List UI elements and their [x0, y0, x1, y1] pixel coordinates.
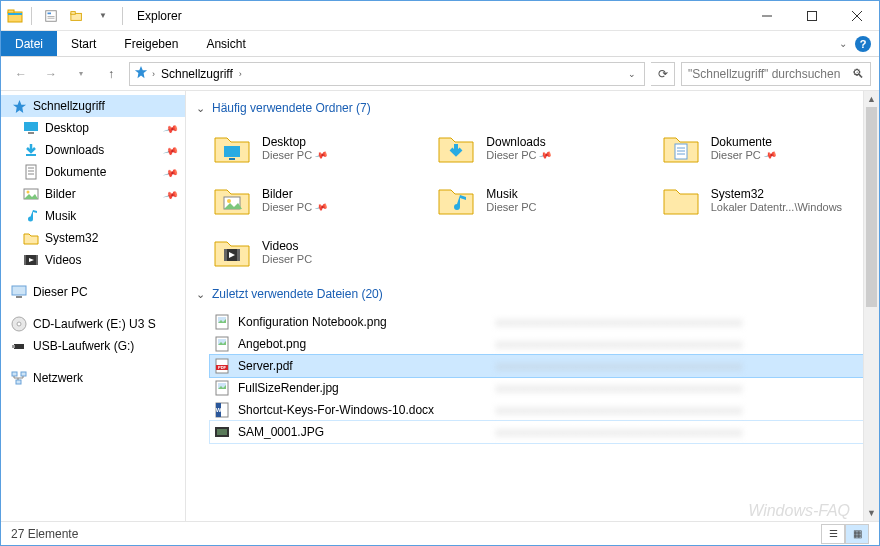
quickaccess-star-icon	[134, 65, 148, 82]
tile-location: Dieser PC📌	[262, 149, 327, 161]
file-row[interactable]: Angebot.png xxxxxxxxxxxxxxxxxxxxxxxxxxxx…	[210, 333, 873, 355]
file-row[interactable]: Konfiguration Notebook.png xxxxxxxxxxxxx…	[210, 311, 873, 333]
search-input[interactable]: "Schnellzugriff" durchsuchen 🔍︎	[681, 62, 871, 86]
minimize-button[interactable]	[744, 1, 789, 31]
status-text: 27 Elemente	[11, 527, 78, 541]
pin-icon: 📌	[163, 164, 179, 180]
scroll-thumb[interactable]	[866, 107, 877, 307]
qat-properties-icon[interactable]	[40, 5, 62, 27]
address-chevron-icon[interactable]: ›	[239, 69, 242, 79]
qat-dropdown-icon[interactable]: ▼	[92, 5, 114, 27]
file-row[interactable]: FullSizeRender.jpg xxxxxxxxxxxxxxxxxxxxx…	[210, 377, 873, 399]
sidebar-item-bilder[interactable]: Bilder 📌	[1, 183, 185, 205]
folder-tile-system32[interactable]: System32 Lokaler Datentr...\Windows	[659, 177, 873, 223]
monitor-icon	[11, 284, 27, 300]
scroll-up-icon[interactable]: ▲	[864, 91, 879, 107]
folder-icon	[23, 230, 39, 246]
folder-tile-musik[interactable]: Musik Dieser PC	[434, 177, 648, 223]
up-button[interactable]: ↑	[99, 62, 123, 86]
help-icon[interactable]: ?	[855, 36, 871, 52]
tile-location: Dieser PC📌	[711, 149, 776, 161]
sidebar-item-drive[interactable]: CD-Laufwerk (E:) U3 S	[1, 313, 185, 335]
svg-rect-32	[14, 344, 24, 349]
documents-icon	[23, 164, 39, 180]
address-dropdown-icon[interactable]: ⌄	[628, 69, 640, 79]
folder-tile-videos[interactable]: Videos Dieser PC	[210, 229, 424, 275]
svg-rect-28	[12, 286, 26, 295]
svg-rect-41	[224, 146, 240, 157]
section-header-frequent[interactable]: Häufig verwendete Ordner (7)	[196, 101, 873, 115]
sidebar-item-drive[interactable]: USB-Laufwerk (G:)	[1, 335, 185, 357]
sidebar-item-desktop[interactable]: Desktop 📌	[1, 117, 185, 139]
svg-rect-35	[21, 372, 26, 376]
tab-ansicht[interactable]: Ansicht	[192, 31, 259, 56]
maximize-button[interactable]	[789, 1, 834, 31]
tile-location: Lokaler Datentr...\Windows	[711, 201, 842, 213]
folder-icon	[661, 180, 701, 220]
music-icon	[436, 180, 476, 220]
svg-rect-33	[12, 345, 15, 348]
png-icon	[214, 314, 230, 330]
view-details-button[interactable]: ☰	[821, 524, 845, 544]
sidebar-item-dieserpc[interactable]: Dieser PC	[1, 281, 185, 303]
file-path: xxxxxxxxxxxxxxxxxxxxxxxxxxxxxxxxxxxxxx	[496, 338, 873, 350]
folder-tile-bilder[interactable]: Bilder Dieser PC📌	[210, 177, 424, 223]
file-name: Shortcut-Keys-For-Windows-10.docx	[238, 403, 488, 417]
sidebar-item-netzwerk[interactable]: Netzwerk	[1, 367, 185, 389]
qat-newfolder-icon[interactable]	[66, 5, 88, 27]
tab-datei[interactable]: Datei	[1, 31, 57, 56]
svg-point-31	[17, 322, 21, 326]
forward-button[interactable]: →	[39, 62, 63, 86]
address-segment[interactable]: Schnellzugriff	[159, 65, 235, 83]
folder-tile-desktop[interactable]: Desktop Dieser PC📌	[210, 125, 424, 171]
svg-rect-6	[48, 17, 55, 18]
sidebar-item-schnellzugriff[interactable]: Schnellzugriff	[1, 95, 185, 117]
svg-point-23	[27, 191, 30, 194]
sidebar-item-label: Dokumente	[45, 165, 106, 179]
svg-rect-1	[8, 10, 14, 13]
file-row[interactable]: PDF Server.pdf xxxxxxxxxxxxxxxxxxxxxxxxx…	[210, 355, 873, 377]
sidebar-item-label: Schnellzugriff	[33, 99, 105, 113]
refresh-button[interactable]: ⟳	[651, 62, 675, 86]
music-icon	[23, 208, 39, 224]
svg-rect-15	[24, 122, 38, 131]
tile-location: Dieser PC	[262, 253, 312, 265]
scroll-down-icon[interactable]: ▼	[864, 505, 879, 521]
tab-freigeben[interactable]: Freigeben	[110, 31, 192, 56]
svg-rect-26	[36, 255, 38, 265]
downloads-icon	[436, 128, 476, 168]
address-chevron-icon[interactable]: ›	[152, 69, 155, 79]
navigation-pane[interactable]: Schnellzugriff Desktop 📌 Downloads 📌 Dok…	[1, 91, 186, 521]
recent-dropdown-icon[interactable]: ▾	[69, 62, 93, 86]
vertical-scrollbar[interactable]: ▲ ▼	[863, 91, 879, 521]
network-icon	[11, 370, 27, 386]
address-bar[interactable]: › Schnellzugriff › ⌄	[129, 62, 645, 86]
pin-icon: 📌	[314, 200, 329, 214]
view-tiles-button[interactable]: ▦	[845, 524, 869, 544]
folder-tile-downloads[interactable]: Downloads Dieser PC📌	[434, 125, 648, 171]
file-row[interactable]: SAM_0001.JPG xxxxxxxxxxxxxxxxxxxxxxxxxxx…	[210, 421, 873, 443]
file-row[interactable]: W Shortcut-Keys-For-Windows-10.docx xxxx…	[210, 399, 873, 421]
svg-rect-29	[16, 296, 22, 298]
pictures-icon	[23, 186, 39, 202]
pin-icon: 📌	[314, 148, 329, 162]
sidebar-item-musik[interactable]: Musik	[1, 205, 185, 227]
tab-start[interactable]: Start	[57, 31, 110, 56]
sidebar-item-label: Bilder	[45, 187, 76, 201]
sidebar-item-label: Videos	[45, 253, 81, 267]
sidebar-item-system32[interactable]: System32	[1, 227, 185, 249]
jpg2-icon	[214, 424, 230, 440]
sidebar-item-videos[interactable]: Videos	[1, 249, 185, 271]
file-path: xxxxxxxxxxxxxxxxxxxxxxxxxxxxxxxxxxxxxx	[496, 404, 873, 416]
sidebar-item-downloads[interactable]: Downloads 📌	[1, 139, 185, 161]
ribbon-expand-icon[interactable]: ⌄	[839, 38, 847, 49]
status-bar: 27 Elemente ☰ ▦	[1, 521, 879, 545]
section-header-recent[interactable]: Zuletzt verwendete Dateien (20)	[196, 287, 873, 301]
folder-tile-dokumente[interactable]: Dokumente Dieser PC📌	[659, 125, 873, 171]
sidebar-item-label: Desktop	[45, 121, 89, 135]
content-pane[interactable]: Häufig verwendete Ordner (7) Desktop Die…	[186, 91, 879, 521]
close-button[interactable]	[834, 1, 879, 31]
tile-name: Desktop	[262, 135, 327, 149]
back-button[interactable]: ←	[9, 62, 33, 86]
sidebar-item-dokumente[interactable]: Dokumente 📌	[1, 161, 185, 183]
